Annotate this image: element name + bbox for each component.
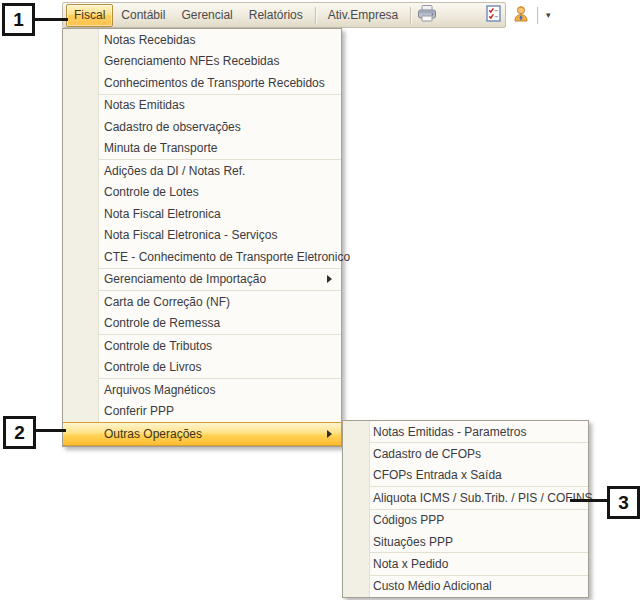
submenu-item-nota-x-pedido[interactable]: Nota x Pedido (343, 553, 588, 574)
outras-operacoes-submenu-panel: Notas Emitidas - Parametros Cadastro de … (342, 420, 589, 598)
menu-item-notas-emitidas[interactable]: Notas Emitidas (63, 95, 341, 117)
menu-item-label: Conhecimentos de Transporte Recebidos (104, 76, 325, 90)
menu-item-label: Gerenciamento NFEs Recebidas (104, 54, 279, 68)
menu-item-label: Notas Recebidas (104, 33, 195, 47)
menubar-item-label: Relatórios (249, 8, 303, 22)
callout-3-line (570, 499, 608, 502)
user-icon (513, 5, 529, 26)
submenu-item-custo-medio-adicional[interactable]: Custo Médio Adicional (343, 576, 588, 597)
submenu-item-label: Códigos PPP (373, 513, 444, 527)
menu-bar: Fiscal Contábil Gerencial Relatórios Ati… (62, 2, 506, 28)
menubar-item-label: Contábil (121, 8, 165, 22)
menubar-item-label: Fiscal (74, 8, 105, 22)
menu-item-conferir-ppp[interactable]: Conferir PPP (63, 401, 341, 423)
submenu-item-situacoes-ppp[interactable]: Situações PPP (343, 531, 588, 552)
fiscal-menu-panel: Notas Recebidas Gerenciamento NFEs Receb… (62, 28, 342, 447)
submenu-item-label: Notas Emitidas - Parametros (373, 425, 526, 439)
toolbar-separator (537, 7, 538, 24)
menubar-item-ativ-empresa[interactable]: Ativ.Empresa (320, 4, 406, 27)
menu-item-label: Arquivos Magnéticos (104, 383, 215, 397)
menu-item-label: Adições da DI / Notas Ref. (104, 164, 245, 178)
menu-item-label: Nota Fiscal Eletronica - Serviços (104, 228, 277, 242)
menu-item-arquivos-magneticos[interactable]: Arquivos Magnéticos (63, 379, 341, 401)
menu-item-label: Controle de Lotes (104, 185, 199, 199)
submenu-item-label: Nota x Pedido (373, 557, 448, 571)
menubar-item-fiscal[interactable]: Fiscal (66, 4, 113, 27)
toolbar-overflow: ▾ (533, 3, 554, 27)
menu-item-label: Outras Operações (104, 427, 202, 441)
menu-item-label: Notas Emitidas (104, 98, 185, 112)
menu-item-controle-de-livros[interactable]: Controle de Livros (63, 357, 341, 379)
callout-2-box: 2 (3, 416, 36, 449)
toolbar-overflow-button[interactable]: ▾ (542, 4, 554, 26)
menu-item-label: Controle de Tributos (104, 339, 212, 353)
submenu-item-codigos-ppp[interactable]: Códigos PPP (343, 510, 588, 531)
menu-item-notas-recebidas[interactable]: Notas Recebidas (63, 29, 341, 51)
menubar-item-label: Gerencial (181, 8, 232, 22)
menu-item-label: Controle de Livros (104, 360, 201, 374)
menu-item-conhecimentos-de-transporte-recebidos[interactable]: Conhecimentos de Transporte Recebidos (63, 72, 341, 94)
menu-item-nota-fiscal-eletronica-servicos[interactable]: Nota Fiscal Eletronica - Serviços (63, 225, 341, 247)
menu-item-nota-fiscal-eletronica[interactable]: Nota Fiscal Eletronica (63, 203, 341, 225)
toolbar-separator (410, 7, 411, 24)
menubar-item-contabil[interactable]: Contábil (113, 4, 173, 27)
menu-item-cadastro-de-observacoes[interactable]: Cadastro de observações (63, 116, 341, 138)
menu-item-outras-operacoes[interactable]: Outras Operações (63, 422, 341, 446)
submenu-item-cadastro-de-cfops[interactable]: Cadastro de CFOPs (343, 443, 588, 464)
menu-separator (315, 7, 316, 24)
task-list-icon (486, 5, 501, 26)
menu-item-controle-de-tributos[interactable]: Controle de Tributos (63, 335, 341, 357)
menu-item-gerenciamento-de-importacao[interactable]: Gerenciamento de Importação (63, 269, 341, 291)
menu-item-adicoes-da-di-notas-ref[interactable]: Adições da DI / Notas Ref. (63, 160, 341, 182)
menu-item-cte-conhecimento-de-transporte-eletronico[interactable]: CTE - Conhecimento de Transporte Eletron… (63, 246, 341, 268)
menu-item-carta-de-correcao-nf[interactable]: Carta de Correção (NF) (63, 291, 341, 313)
submenu-item-cfops-entrada-x-saida[interactable]: CFOPs Entrada x Saída (343, 465, 588, 486)
menubar-item-label: Ativ.Empresa (328, 8, 398, 22)
menu-item-label: Controle de Remessa (104, 316, 220, 330)
submenu-item-notas-emitidas-parametros[interactable]: Notas Emitidas - Parametros (343, 421, 588, 442)
menubar-item-relatorios[interactable]: Relatórios (241, 4, 311, 27)
menu-item-controle-de-remessa[interactable]: Controle de Remessa (63, 313, 341, 335)
menu-bar-items: Fiscal Contábil Gerencial Relatórios Ati… (66, 3, 406, 27)
submenu-arrow-icon (327, 275, 332, 283)
menu-item-label: Nota Fiscal Eletronica (104, 207, 221, 221)
user-button[interactable] (509, 4, 533, 26)
submenu-item-label: Custo Médio Adicional (373, 579, 492, 593)
submenu-item-aliquota-icms-sub-trib-pis-cofins[interactable]: Aliquota ICMS / Sub.Trib. / PIS / COFINS (343, 487, 588, 508)
submenu-item-label: Situações PPP (373, 535, 453, 549)
callout-2-line (35, 429, 66, 432)
callout-3-box: 3 (607, 486, 640, 519)
toolbar: ▾ (406, 3, 554, 27)
menu-item-controle-de-lotes[interactable]: Controle de Lotes (63, 182, 341, 204)
submenu-item-label: Cadastro de CFOPs (373, 447, 481, 461)
submenu-item-label: CFOPs Entrada x Saída (373, 468, 502, 482)
callout-1-line (35, 18, 68, 21)
menu-item-minuta-de-transporte[interactable]: Minuta de Transporte (63, 138, 341, 160)
menu-item-label: Conferir PPP (104, 404, 174, 418)
callout-1-box: 1 (2, 3, 35, 36)
print-button[interactable] (415, 4, 439, 26)
tasks-button[interactable] (481, 4, 505, 26)
menubar-item-gerencial[interactable]: Gerencial (173, 4, 240, 27)
menu-item-label: Minuta de Transporte (104, 141, 217, 155)
menu-item-label: Cadastro de observações (104, 120, 241, 134)
menu-item-label: CTE - Conhecimento de Transporte Eletron… (104, 250, 350, 264)
menu-item-label: Carta de Correção (NF) (104, 295, 230, 309)
submenu-arrow-icon (327, 430, 332, 438)
printer-icon (417, 5, 437, 26)
submenu-item-label: Aliquota ICMS / Sub.Trib. / PIS / COFINS (373, 491, 593, 505)
menu-item-gerenciamento-nfes-recebidas[interactable]: Gerenciamento NFEs Recebidas (63, 51, 341, 73)
menu-item-label: Gerenciamento de Importação (104, 272, 266, 286)
